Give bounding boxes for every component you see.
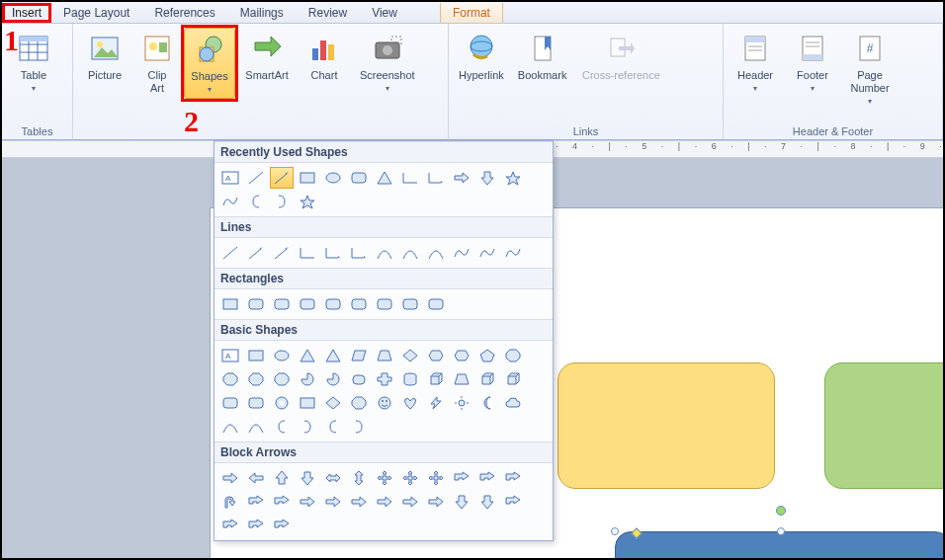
shape-arrU[interactable]	[270, 467, 294, 489]
shape-rect[interactable]	[296, 392, 319, 414]
shape-textbox[interactable]: A	[218, 167, 242, 189]
shape-rrect[interactable]	[296, 293, 319, 315]
shape-rrect[interactable]	[424, 293, 448, 315]
shape-rrect[interactable]	[244, 293, 268, 315]
shape-star[interactable]	[296, 191, 319, 212]
shape-cube[interactable]	[475, 368, 499, 390]
shape-pie[interactable]	[296, 368, 319, 390]
shape-rrect[interactable]	[398, 293, 422, 315]
rounded-rect-yellow[interactable]	[558, 362, 775, 489]
footer-button[interactable]: Footer	[787, 28, 838, 97]
shape-lineA[interactable]	[244, 242, 268, 264]
shape-elbowA[interactable]	[321, 242, 345, 264]
shape-oct[interactable]	[347, 392, 371, 414]
shape-elbow[interactable]	[398, 167, 422, 189]
shape-arr4[interactable]	[373, 467, 396, 489]
crossref-button[interactable]: Cross-reference	[576, 28, 665, 84]
shape-textbox[interactable]: A	[218, 345, 242, 366]
shape-rect[interactable]	[296, 167, 319, 189]
shape-arr4[interactable]	[424, 467, 448, 489]
shape-arrD[interactable]	[475, 491, 499, 513]
shape-rrect[interactable]	[321, 293, 345, 315]
shape-para[interactable]	[347, 345, 371, 366]
tab-review[interactable]: Review	[297, 3, 360, 23]
shape-cross[interactable]	[373, 368, 396, 390]
shape-bent[interactable]	[450, 467, 473, 489]
shape-arrL[interactable]	[244, 467, 268, 489]
shape-hex[interactable]	[424, 345, 448, 366]
shape-oct[interactable]	[218, 368, 242, 390]
shape-bent[interactable]	[218, 515, 242, 536]
shape-uturn[interactable]	[218, 491, 242, 513]
shape-brace2[interactable]	[347, 416, 371, 438]
tab-format[interactable]: Format	[440, 3, 503, 23]
shape-rrect[interactable]	[244, 392, 268, 414]
shape-bent[interactable]	[475, 467, 499, 489]
shape-tri[interactable]	[321, 345, 345, 366]
shape-arrR[interactable]	[398, 491, 422, 513]
shape-tri[interactable]	[373, 167, 396, 189]
shape-rect[interactable]	[218, 293, 242, 315]
shape-moon[interactable]	[475, 392, 499, 414]
hyperlink-button[interactable]: Hyperlink	[455, 28, 508, 84]
shape-oct[interactable]	[270, 368, 294, 390]
selection-handle[interactable]	[777, 527, 785, 535]
shape-elbowA[interactable]	[347, 242, 371, 264]
clipart-button[interactable]: Clip Art	[136, 28, 178, 97]
chart-button[interactable]: Chart	[299, 28, 350, 84]
shape-pent[interactable]	[475, 345, 499, 366]
tab-page-layout[interactable]: Page Layout	[51, 3, 142, 23]
shape-line[interactable]	[218, 242, 242, 264]
shape-bent[interactable]	[270, 515, 294, 536]
shape-hex[interactable]	[450, 345, 473, 366]
shapes-button[interactable]: Shapes	[184, 28, 235, 99]
shape-star[interactable]	[501, 167, 525, 189]
shape-curve[interactable]	[218, 416, 242, 438]
shape-rrect[interactable]	[373, 293, 396, 315]
shape-can[interactable]	[347, 368, 371, 390]
shape-arrR[interactable]	[321, 491, 345, 513]
shape-elbow[interactable]	[296, 242, 319, 264]
shape-cloud[interactable]	[501, 392, 525, 414]
shape-cube[interactable]	[424, 368, 448, 390]
shape-dia[interactable]	[398, 345, 422, 366]
picture-button[interactable]: Picture	[79, 28, 130, 84]
shape-bent[interactable]	[270, 491, 294, 513]
shape-smile[interactable]	[373, 392, 396, 414]
shape-cube[interactable]	[501, 368, 525, 390]
shape-lineA[interactable]	[270, 167, 294, 189]
selection-handle[interactable]	[611, 527, 619, 535]
shape-arrD[interactable]	[296, 467, 319, 489]
shape-curve[interactable]	[244, 416, 268, 438]
rounded-rect-green[interactable]	[824, 362, 945, 489]
shape-arrR[interactable]	[218, 467, 242, 489]
shape-donut[interactable]	[270, 392, 294, 414]
shape-free[interactable]	[501, 242, 525, 264]
tab-insert[interactable]: Insert	[2, 3, 51, 23]
shape-arrR[interactable]	[424, 491, 448, 513]
shape-arrUD[interactable]	[347, 467, 371, 489]
shape-arrR[interactable]	[450, 167, 473, 189]
shape-bent[interactable]	[501, 467, 525, 489]
shape-free[interactable]	[218, 191, 242, 212]
shape-line[interactable]	[244, 167, 268, 189]
shape-arr4[interactable]	[398, 467, 422, 489]
shape-brace[interactable]	[321, 416, 345, 438]
shape-arrD[interactable]	[475, 167, 499, 189]
shape-free[interactable]	[475, 242, 499, 264]
shape-brace[interactable]	[244, 191, 268, 212]
shape-arrD[interactable]	[450, 491, 473, 513]
tab-view[interactable]: View	[360, 3, 410, 23]
bookmark-button[interactable]: Bookmark	[514, 28, 571, 84]
shape-curve[interactable]	[424, 242, 448, 264]
shape-oval[interactable]	[321, 167, 345, 189]
shape-heart[interactable]	[398, 392, 422, 414]
shape-arrR[interactable]	[296, 491, 319, 513]
shape-elbowA[interactable]	[424, 167, 448, 189]
shape-rrect[interactable]	[347, 293, 371, 315]
shape-trap[interactable]	[373, 345, 396, 366]
shape-cyl[interactable]	[398, 368, 422, 390]
shape-arrR[interactable]	[347, 491, 371, 513]
shape-brace2[interactable]	[296, 416, 319, 438]
rounded-rect-blue-selected[interactable]	[615, 531, 945, 560]
